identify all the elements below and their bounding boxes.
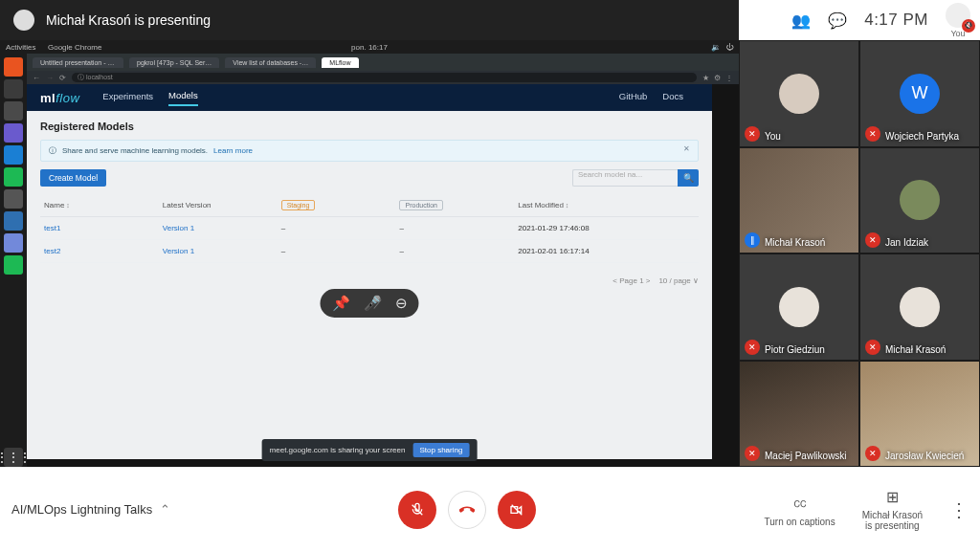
toast-text: meet.google.com is sharing your screen <box>270 446 406 454</box>
browser-tab[interactable]: pgkrol [473p - SQL Ser… <box>129 57 219 68</box>
mlflow-app: mlflow Experiments Models GitHub Docs Re… <box>27 84 712 459</box>
launcher-app4-icon[interactable] <box>4 255 23 275</box>
browser-ext-icons: ★⚙⋮ <box>702 74 733 82</box>
nav-fwd-icon: → <box>46 74 54 82</box>
pin-icon[interactable]: 📌 <box>332 295 350 312</box>
model-version-link[interactable]: Version 1 <box>163 224 194 232</box>
ubuntu-activities: Activities <box>6 43 36 52</box>
table-row: test1 Version 1 – – 2021-01-29 17:46:08 <box>40 217 699 240</box>
address-bar[interactable]: ⓘ localhost <box>72 73 697 82</box>
search-input[interactable]: Search model na... <box>572 169 678 187</box>
cell-modified: 2021-01-29 17:46:08 <box>514 217 699 240</box>
launcher-app-icon[interactable] <box>4 123 23 143</box>
meeting-name[interactable]: AI/MLOps Lightning Talks <box>11 502 152 517</box>
participant-tile[interactable]: ✕Jarosław Kwiecień <box>859 361 980 468</box>
banner-close-icon[interactable]: ✕ <box>683 144 690 153</box>
present-button[interactable]: ⊞ Michał Krasońis presenting <box>862 488 923 531</box>
launcher-spotify-icon[interactable] <box>4 167 23 187</box>
nav-back-icon[interactable]: ← <box>33 74 40 82</box>
participant-name: Maciej Pawlikowski <box>765 451 847 461</box>
participant-tile[interactable]: ✕Michał Krasoń <box>859 253 980 361</box>
browser-tab[interactable]: View list of databases - … <box>225 57 316 68</box>
more-options-button[interactable]: ⋮ <box>949 498 969 521</box>
table-pager[interactable]: < Page 1 > 10 / page ∨ <box>40 276 699 285</box>
model-name-link[interactable]: test1 <box>44 224 60 232</box>
participant-avatar <box>900 180 940 220</box>
shared-screen-region: Activities Google Chrome pon. 16:17 🔉⏻ ⋮… <box>0 40 739 467</box>
nav-reload-icon[interactable]: ⟳ <box>59 74 66 82</box>
model-version-link[interactable]: Version 1 <box>163 247 194 255</box>
participant-name: Piotr Giedziun <box>765 344 825 355</box>
participants-grid: ✕YouW✕Wojciech Partyka‖Michał Krasoń✕Jan… <box>739 40 980 467</box>
participant-avatar <box>779 287 819 327</box>
launcher-apps-icon[interactable]: ⋮⋮⋮ <box>4 448 23 467</box>
mic-muted-icon: ✕ <box>865 126 880 142</box>
remove-participant-icon[interactable]: ⊖ <box>395 295 408 312</box>
launcher-discord-icon[interactable] <box>4 233 23 253</box>
nav-github[interactable]: GitHub <box>619 91 648 105</box>
mlflow-navbar: mlflow Experiments Models GitHub Docs <box>27 84 712 111</box>
mic-toggle-button[interactable] <box>398 491 436 529</box>
info-banner: ⓘ Share and serve machine learning model… <box>40 140 699 162</box>
browser-address-row: ← → ⟳ ⓘ localhost ★⚙⋮ <box>27 71 739 84</box>
nav-models[interactable]: Models <box>168 90 198 106</box>
nav-docs[interactable]: Docs <box>662 91 683 105</box>
launcher-firefox-icon[interactable] <box>4 57 23 77</box>
participant-tile[interactable]: ‖Michał Krasoń <box>739 147 859 254</box>
captions-icon: ㏄ <box>792 493 808 513</box>
col-production[interactable]: Production <box>395 194 514 217</box>
browser-tab[interactable]: Untitled presentation - G… <box>33 57 123 68</box>
participant-name: Jarosław Kwiecień <box>885 451 964 461</box>
participant-tile[interactable]: ✕Maciej Pawlikowski <box>739 361 859 468</box>
nav-experiments[interactable]: Experiments <box>102 91 153 105</box>
model-name-link[interactable]: test2 <box>44 247 60 255</box>
launcher-app2-icon[interactable] <box>4 189 23 209</box>
mlflow-logo: mlflow <box>40 91 79 105</box>
info-icon: ⓘ <box>49 145 56 156</box>
self-avatar[interactable]: 🔇 <box>946 3 970 28</box>
col-modified[interactable]: Last Modified <box>514 194 699 217</box>
launcher-vscode-icon[interactable] <box>4 145 23 165</box>
captions-button[interactable]: ㏄ Turn on captions <box>765 493 835 527</box>
col-latest[interactable]: Latest Version <box>159 194 278 217</box>
launcher-files-icon[interactable] <box>4 79 23 99</box>
cell-modified: 2021-02-01 16:17:14 <box>514 240 699 263</box>
participant-name: You <box>765 131 781 142</box>
participant-tile[interactable]: ✕You <box>739 40 859 147</box>
page-title: Registered Models <box>40 121 699 132</box>
meeting-expand-icon[interactable]: ⌃ <box>160 502 170 517</box>
mute-participant-icon: 🎤̷ <box>364 295 382 312</box>
mic-muted-badge: 🔇 <box>962 19 975 33</box>
launcher-terminal-icon[interactable] <box>4 101 23 121</box>
participant-tile[interactable]: ✕Jan Idziak <box>859 147 980 254</box>
pin-overlay: 📌 🎤̷ ⊖ <box>321 289 419 318</box>
participant-tile[interactable]: W✕Wojciech Partyka <box>859 40 980 147</box>
col-staging[interactable]: Staging <box>278 194 396 217</box>
hangup-button[interactable] <box>448 491 486 529</box>
participant-name: Jan Idziak <box>885 237 928 248</box>
search-button[interactable]: 🔍 <box>678 169 699 187</box>
create-model-button[interactable]: Create Model <box>40 169 106 187</box>
launcher-app3-icon[interactable] <box>4 211 23 231</box>
camera-toggle-button[interactable] <box>498 491 536 529</box>
browser-tab-active[interactable]: MLflow <box>322 57 358 68</box>
participant-tile[interactable]: ✕Piotr Giedziun <box>739 253 859 361</box>
presenter-avatar <box>13 10 34 31</box>
ubuntu-topbar: Activities Google Chrome pon. 16:17 🔉⏻ <box>0 40 739 54</box>
cell-production: – <box>395 240 514 263</box>
participant-name: Michał Krasoń <box>765 237 825 248</box>
cell-production: – <box>395 217 514 240</box>
ubuntu-status-icons: 🔉⏻ <box>711 43 733 52</box>
mic-muted-icon: ✕ <box>865 340 880 355</box>
people-icon[interactable]: 👥 <box>791 11 811 30</box>
mic-muted-icon: ✕ <box>745 340 760 355</box>
meet-header-right: 👥 💬 4:17 PM 🔇 You <box>739 0 980 40</box>
presenter-label: Michał Krasoń is presenting <box>46 12 211 28</box>
col-name[interactable]: Name <box>40 194 159 217</box>
stop-sharing-button[interactable]: Stop sharing <box>412 443 469 457</box>
participant-name: Wojciech Partyka <box>885 131 959 142</box>
meet-bottom-bar: AI/MLOps Lightning Talks ⌃ ㏄ Turn on cap… <box>0 467 980 551</box>
banner-learn-more-link[interactable]: Learn more <box>213 146 253 155</box>
chat-icon[interactable]: 💬 <box>828 11 847 30</box>
ubuntu-launcher: ⋮⋮⋮ <box>0 54 27 467</box>
